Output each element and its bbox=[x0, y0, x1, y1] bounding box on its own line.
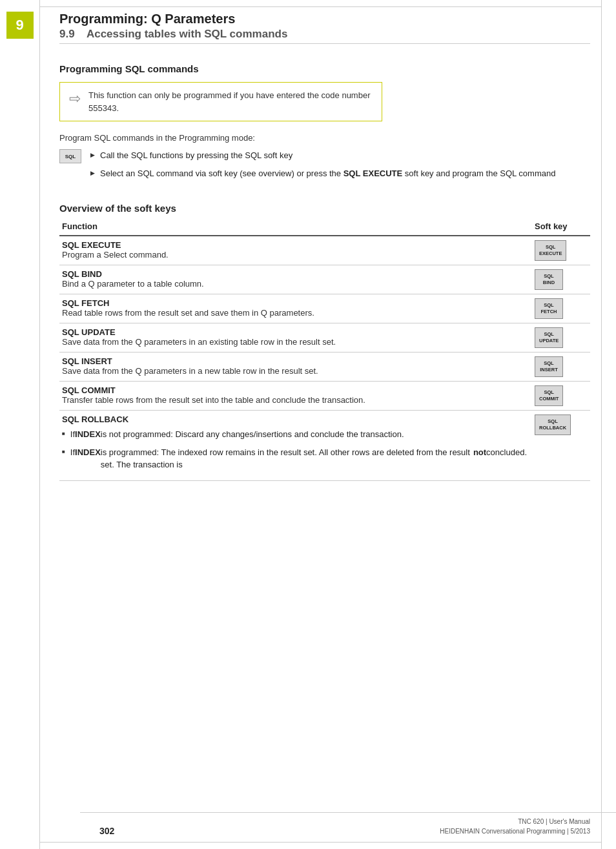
page-header: Programming: Q Parameters 9.9 Accessing … bbox=[59, 12, 590, 44]
page-number: 302 bbox=[99, 826, 114, 836]
func-commit-cell: SQL COMMIT Transfer table rows from the … bbox=[59, 382, 532, 411]
softkey-execute-cell: SQLEXECUTE bbox=[532, 236, 590, 265]
table-row: SQL COMMIT Transfer table rows from the … bbox=[59, 382, 590, 411]
func-rollback-cell: SQL ROLLBACK If INDEX is not programmed:… bbox=[59, 411, 532, 481]
softkey-fetch-btn: SQLFETCH bbox=[535, 298, 563, 319]
softkey-commit-cell: SQLCOMMIT bbox=[532, 382, 590, 411]
func-fetch-name: SQL FETCH bbox=[62, 298, 527, 308]
rollback-index-bold-2: INDEX bbox=[75, 446, 101, 459]
note-text: This function can only be programmed if … bbox=[88, 89, 373, 114]
func-bind-cell: SQL BIND Bind a Q parameter to a table c… bbox=[59, 265, 532, 294]
func-execute-desc: Program a Select command. bbox=[62, 250, 527, 260]
softkey-rollback-cell: SQLROLLBACK bbox=[532, 411, 590, 481]
func-rollback-name: SQL ROLLBACK bbox=[62, 414, 527, 424]
func-bind-desc: Bind a Q parameter to a table column. bbox=[62, 279, 527, 289]
table-row: SQL INSERT Save data from the Q paramete… bbox=[59, 353, 590, 382]
section-title-text: Accessing tables with SQL commands bbox=[87, 28, 287, 40]
step-1-text: Call the SQL functions by pressing the S… bbox=[100, 149, 293, 162]
softkey-commit-btn: SQLCOMMIT bbox=[535, 385, 563, 406]
sql-steps-row: SQL Call the SQL functions by pressing t… bbox=[59, 149, 590, 185]
func-insert-desc: Save data from the Q parameters in a new… bbox=[62, 366, 527, 376]
col-softkey-header: Soft key bbox=[532, 219, 590, 236]
main-content: Programming: Q Parameters 9.9 Accessing … bbox=[40, 0, 616, 849]
section-number: 9.9 bbox=[59, 28, 75, 40]
softkey-bind-btn: SQLBIND bbox=[535, 269, 563, 290]
func-commit-desc: Transfer table rows from the result set … bbox=[62, 395, 527, 405]
table-row: SQL FETCH Read table rows from the resul… bbox=[59, 294, 590, 323]
programming-sql-heading: Programming SQL commands bbox=[59, 63, 590, 74]
step-1: Call the SQL functions by pressing the S… bbox=[90, 149, 555, 162]
table-header-row: Function Soft key bbox=[59, 219, 590, 236]
softkey-execute-btn: SQLEXECUTE bbox=[535, 240, 566, 261]
softkey-bind-cell: SQLBIND bbox=[532, 265, 590, 294]
table-row: SQL ROLLBACK If INDEX is not programmed:… bbox=[59, 411, 590, 481]
note-box: ⇨ This function can only be programmed i… bbox=[59, 82, 382, 121]
rollback-index-bold-1: INDEX bbox=[75, 428, 101, 441]
softkey-insert-cell: SQLINSERT bbox=[532, 353, 590, 382]
footer-text: TNC 620 | User's Manual HEIDENHAIN Conve… bbox=[440, 817, 590, 836]
sql-soft-key: SQL bbox=[59, 149, 81, 163]
func-insert-cell: SQL INSERT Save data from the Q paramete… bbox=[59, 353, 532, 382]
steps-list: Call the SQL functions by pressing the S… bbox=[90, 149, 555, 185]
col-function-header: Function bbox=[59, 219, 532, 236]
func-update-cell: SQL UPDATE Save data from the Q paramete… bbox=[59, 323, 532, 353]
func-execute-name: SQL EXECUTE bbox=[62, 240, 527, 250]
table-row: SQL EXECUTE Program a Select command. SQ… bbox=[59, 236, 590, 265]
func-update-desc: Save data from the Q parameters in an ex… bbox=[62, 337, 527, 347]
page-footer: 302 TNC 620 | User's Manual HEIDENHAIN C… bbox=[80, 812, 616, 836]
softkey-insert-btn: SQLINSERT bbox=[535, 356, 563, 377]
soft-keys-table: Function Soft key SQL EXECUTE Program a … bbox=[59, 219, 590, 481]
step-2-bold: SQL EXECUTE bbox=[344, 169, 403, 178]
func-insert-name: SQL INSERT bbox=[62, 356, 527, 366]
table-row: SQL UPDATE Save data from the Q paramete… bbox=[59, 323, 590, 353]
softkey-update-btn: SQLUPDATE bbox=[535, 327, 563, 348]
func-fetch-desc: Read table rows from the result set and … bbox=[62, 308, 527, 318]
table-row: SQL BIND Bind a Q parameter to a table c… bbox=[59, 265, 590, 294]
rollback-not-bold: not bbox=[473, 446, 486, 459]
softkey-update-cell: SQLUPDATE bbox=[532, 323, 590, 353]
rollback-bullet-2: If INDEX is programmed: The indexed row … bbox=[62, 446, 527, 471]
func-bind-name: SQL BIND bbox=[62, 269, 527, 279]
func-commit-name: SQL COMMIT bbox=[62, 385, 527, 395]
func-execute-cell: SQL EXECUTE Program a Select command. bbox=[59, 236, 532, 265]
rollback-bullet-1: If INDEX is not programmed: Discard any … bbox=[62, 428, 527, 441]
sidebar: 9 bbox=[0, 0, 40, 849]
footer-line2: HEIDENHAIN Conversational Programming | … bbox=[440, 828, 590, 835]
step-2: Select an SQL command via soft key (see … bbox=[90, 167, 555, 180]
func-fetch-cell: SQL FETCH Read table rows from the resul… bbox=[59, 294, 532, 323]
softkey-fetch-cell: SQLFETCH bbox=[532, 294, 590, 323]
softkey-rollback-btn: SQLROLLBACK bbox=[535, 414, 571, 435]
intro-text: Program SQL commands in the Programming … bbox=[59, 133, 590, 143]
chapter-number: 9 bbox=[6, 12, 34, 39]
rollback-bullets-list: If INDEX is not programmed: Discard any … bbox=[62, 428, 527, 471]
note-arrow-icon: ⇨ bbox=[69, 90, 81, 107]
func-update-name: SQL UPDATE bbox=[62, 327, 527, 337]
step-2-text: Select an SQL command via soft key (see … bbox=[100, 167, 555, 180]
page-container: 9 Programming: Q Parameters 9.9 Accessin… bbox=[0, 0, 616, 849]
footer-line1: TNC 620 | User's Manual bbox=[518, 818, 590, 825]
overview-heading: Overview of the soft keys bbox=[59, 203, 590, 214]
chapter-title: Programming: Q Parameters bbox=[59, 12, 590, 26]
section-title: 9.9 Accessing tables with SQL commands bbox=[59, 28, 590, 41]
